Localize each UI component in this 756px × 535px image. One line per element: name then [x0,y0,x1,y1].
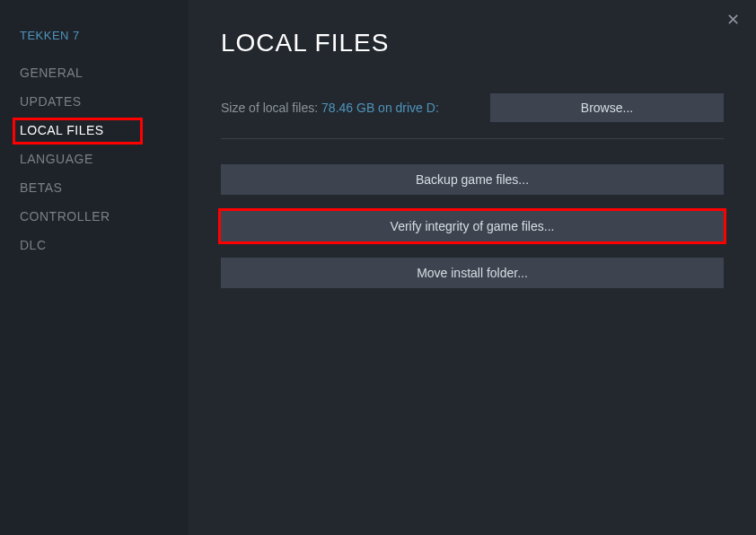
browse-button[interactable]: Browse... [490,93,724,122]
sidebar: TEKKEN 7 GENERAL UPDATES LOCAL FILES LAN… [0,0,189,535]
size-info: Size of local files: 78.46 GB on drive D… [221,100,439,116]
size-label: Size of local files: [221,101,321,115]
verify-button[interactable]: Verify integrity of game files... [221,211,724,241]
sidebar-item-language[interactable]: LANGUAGE [0,145,189,173]
sidebar-item-betas[interactable]: BETAS [0,173,189,202]
sidebar-item-controller[interactable]: CONTROLLER [0,202,189,231]
game-title: TEKKEN 7 [0,29,189,58]
close-icon: ✕ [726,10,740,30]
backup-button[interactable]: Backup game files... [221,164,724,195]
divider [221,138,724,139]
sidebar-item-updates[interactable]: UPDATES [0,87,189,116]
move-button[interactable]: Move install folder... [221,258,724,288]
main-panel: ✕ LOCAL FILES Size of local files: 78.46… [189,0,756,535]
sidebar-item-dlc[interactable]: DLC [0,231,189,259]
size-value[interactable]: 78.46 GB on drive D: [321,101,439,115]
page-title: LOCAL FILES [221,29,724,57]
info-row: Size of local files: 78.46 GB on drive D… [221,93,724,122]
close-button[interactable]: ✕ [724,11,742,29]
sidebar-item-local-files[interactable]: LOCAL FILES [0,116,189,145]
sidebar-item-general[interactable]: GENERAL [0,58,189,87]
